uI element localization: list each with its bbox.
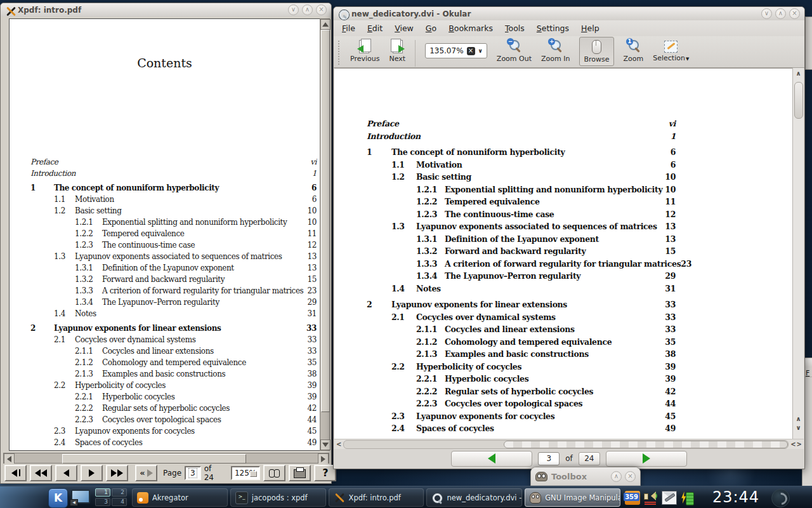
- panel-cashew-icon[interactable]: [771, 489, 790, 507]
- shade-button[interactable]: ∨: [761, 8, 772, 19]
- history-back-forward-button[interactable]: «: [135, 465, 157, 481]
- gimp-toolbox-titlebar[interactable]: Toolbox ∧ ×: [531, 467, 640, 486]
- close-button[interactable]: ×: [625, 471, 636, 482]
- menu-edit[interactable]: Edit: [367, 23, 383, 33]
- toc-title: Tempered equivalence: [102, 228, 184, 239]
- zoom-select[interactable]: 125%: [231, 466, 260, 480]
- battery-tray-icon[interactable]: [680, 491, 695, 505]
- desktop-4[interactable]: 4: [112, 498, 127, 506]
- green-right-arrow-icon: [643, 453, 650, 464]
- vertical-scroll-thumb[interactable]: [321, 30, 330, 412]
- menu-file[interactable]: File: [342, 23, 355, 33]
- okular-app-icon: [338, 9, 348, 18]
- menu-go[interactable]: Go: [426, 23, 436, 33]
- toc-title: Preface: [367, 117, 399, 130]
- page-number-input[interactable]: 3: [185, 466, 201, 480]
- task-okular[interactable]: new_dedicatory.dvi - Oku: [426, 488, 522, 507]
- selection-tool-button[interactable]: Selection▼: [653, 39, 689, 62]
- current-page-input[interactable]: 3: [538, 452, 560, 465]
- zoom-tool-button[interactable]: 1 Zoom: [624, 39, 644, 63]
- close-button[interactable]: ×: [789, 8, 800, 19]
- previous-label: Previous: [350, 55, 380, 63]
- scroll-up-button[interactable]: [320, 19, 331, 30]
- triangle-down-icon: [322, 443, 329, 447]
- forward-10-pages-button[interactable]: [106, 465, 128, 481]
- menu-settings[interactable]: Settings: [537, 23, 569, 33]
- menu-bookmarks[interactable]: Bookmarks: [449, 23, 493, 33]
- next-page-button[interactable]: [81, 465, 103, 481]
- scroll-right-icon[interactable]: >: [797, 441, 802, 448]
- vertical-scrollbar[interactable]: ∧ ∧ ∨: [792, 68, 804, 439]
- shade-button[interactable]: ∨: [288, 4, 299, 15]
- task-gimp[interactable]: GNU Image Manipulati: [525, 488, 620, 507]
- scroll-up-icon[interactable]: ∧: [793, 416, 804, 422]
- menu-help[interactable]: Help: [581, 23, 599, 33]
- toolbar-drag-handle[interactable]: [337, 40, 341, 65]
- desktop-2[interactable]: 2: [112, 488, 127, 497]
- toc-row: Introduction1: [367, 130, 676, 143]
- scroll-left-icon[interactable]: <: [790, 441, 796, 448]
- maximize-button[interactable]: ∧: [611, 471, 622, 482]
- scroll-left-icon[interactable]: <: [336, 441, 341, 448]
- toc-row: 2.2.2Regular sets of hyperbolic cocycles…: [367, 385, 676, 398]
- horizontal-scrollbar[interactable]: [3, 453, 329, 464]
- battery-cell-icon: [686, 492, 694, 505]
- desktop-3[interactable]: 3: [95, 498, 110, 506]
- horizontal-scroll-thumb[interactable]: [62, 454, 246, 464]
- vertical-scrollbar[interactable]: [320, 18, 330, 451]
- total-pages-button[interactable]: 24: [579, 452, 600, 465]
- volume-tray-icon[interactable]: [643, 491, 658, 505]
- close-button[interactable]: ×: [316, 4, 327, 15]
- zoom-in-button[interactable]: + Zoom In: [541, 39, 570, 63]
- next-page-nav-button[interactable]: [606, 451, 687, 467]
- vertical-scroll-thumb[interactable]: [794, 82, 803, 119]
- xpdf-titlebar[interactable]: Xpdf: intro.pdf ∨ ∧ ×: [1, 3, 331, 17]
- previous-page-nav-button[interactable]: [451, 451, 532, 467]
- clear-icon[interactable]: ×: [467, 47, 475, 55]
- maximize-button[interactable]: ∧: [775, 8, 786, 19]
- toc-row: 1.3Lyapunov exponents associated to sequ…: [367, 220, 676, 233]
- zoom-in-icon: +: [548, 39, 563, 53]
- scroll-down-button[interactable]: [320, 439, 331, 450]
- toc-row: 2.2.2Regular sets of hyperbolic cocycles…: [30, 403, 317, 414]
- menu-view[interactable]: View: [395, 23, 414, 33]
- digital-clock[interactable]: 23:44: [703, 488, 769, 507]
- mail-tray-icon[interactable]: [662, 491, 677, 505]
- scroll-left-button[interactable]: [4, 453, 15, 464]
- horizontal-scroll-thumb[interactable]: [504, 441, 788, 448]
- next-page-button[interactable]: Next: [390, 39, 406, 63]
- page-number-value: 3: [188, 468, 197, 478]
- toc-number: 2.2.1: [75, 391, 102, 403]
- task-akregator[interactable]: Akregator: [132, 488, 228, 507]
- show-desktop-button[interactable]: ◀: [71, 490, 89, 505]
- scroll-down-icon[interactable]: ∨: [793, 425, 804, 431]
- selection-label: Selection▼: [653, 54, 689, 62]
- toc-title: Examples and basic constructions: [445, 348, 589, 361]
- menu-tools[interactable]: Tools: [505, 23, 525, 33]
- okular-titlebar[interactable]: new_dedicatory.dvi - Okular ∨ ∧ ×: [334, 7, 804, 21]
- first-page-button[interactable]: [4, 465, 27, 481]
- toc-row: 2.2.1Hyperbolic cocycles39: [30, 391, 317, 403]
- scroll-up-icon[interactable]: ∧: [793, 70, 804, 77]
- toc-title: Cohomology and tempered equivalence: [445, 336, 612, 349]
- task-terminal[interactable]: >_jacopods : xpdf: [230, 488, 326, 507]
- next-label: Next: [390, 55, 406, 63]
- triangle-left-icon: [7, 456, 11, 462]
- k-menu-button[interactable]: K: [48, 488, 68, 508]
- horizontal-scrollbar[interactable]: < < >: [334, 439, 804, 449]
- scroll-right-button[interactable]: [318, 453, 329, 464]
- find-button[interactable]: [263, 465, 285, 481]
- horizontal-scroll-track[interactable]: [343, 440, 789, 449]
- desktop-1[interactable]: 1: [95, 488, 110, 497]
- browse-tool-button[interactable]: Browse: [579, 37, 613, 66]
- maximize-button[interactable]: ∧: [302, 4, 313, 15]
- akregator-tray-icon[interactable]: 359: [625, 491, 640, 505]
- previous-page-button[interactable]: [55, 465, 77, 481]
- print-button[interactable]: [289, 465, 311, 481]
- zoom-combobox[interactable]: 135.07% × ∨: [425, 43, 487, 58]
- zoom-out-button[interactable]: − Zoom Out: [497, 39, 532, 63]
- previous-page-button[interactable]: Previous: [350, 39, 380, 63]
- toc-title: Cocycles over topological spaces: [445, 398, 582, 410]
- task-xpdf[interactable]: Xpdf: intro.pdf: [329, 488, 424, 507]
- back-10-pages-button[interactable]: [30, 465, 52, 481]
